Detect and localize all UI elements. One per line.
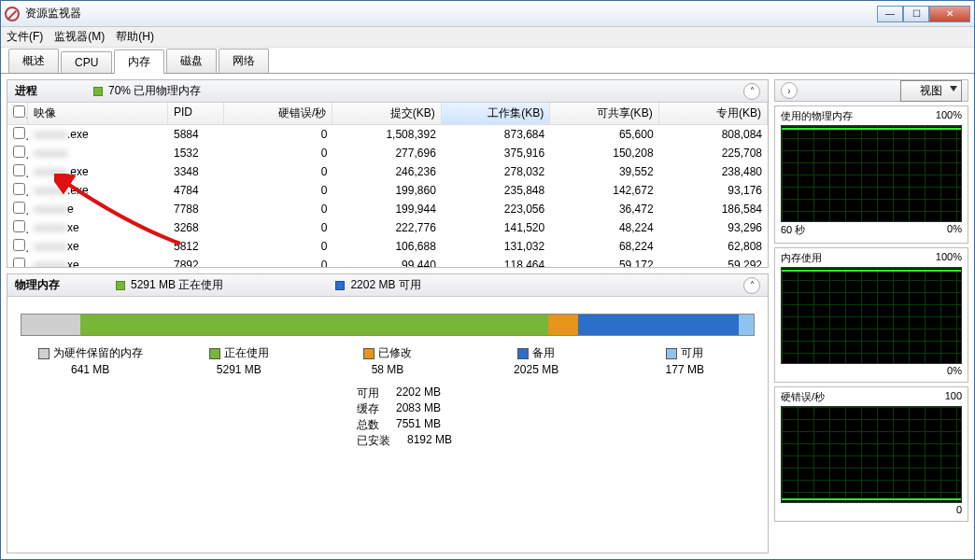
collapse-graphs-icon[interactable]: › <box>781 82 798 99</box>
process-usage-indicator: 70% 已用物理内存 <box>93 83 201 99</box>
process-panel-title: 进程 <box>15 83 37 99</box>
col-shareable[interactable]: 可共享(KB) <box>550 103 658 124</box>
phys-avail-label: 2202 MB 可用 <box>350 277 420 293</box>
tab-memory[interactable]: 内存 <box>114 49 164 74</box>
col-hard-faults[interactable]: 硬错误/秒 <box>224 103 332 124</box>
app-icon <box>5 7 20 21</box>
col-commit[interactable]: 提交(KB) <box>332 103 441 124</box>
stat-installed-k: 已安装 <box>357 433 390 449</box>
close-button[interactable]: ✕ <box>929 6 970 22</box>
graph-canvas <box>781 125 962 222</box>
legend-free-label: 可用 <box>681 345 703 361</box>
col-working-set[interactable]: 工作集(KB) <box>442 103 550 124</box>
stat-total-k: 总数 <box>357 417 379 433</box>
titlebar[interactable]: 资源监视器 — ☐ ✕ <box>1 1 974 27</box>
col-image[interactable]: 映像 <box>28 103 168 124</box>
menu-help[interactable]: 帮助(H) <box>116 29 154 45</box>
tab-disk[interactable]: 磁盘 <box>166 49 217 73</box>
legend-modified-value: 58 MB <box>372 363 404 376</box>
table-row[interactable]: xxxxxxxe 5812 0 106,688 131,032 68,224 6… <box>7 237 768 256</box>
process-table-body[interactable]: xxxxxx.exe 5884 0 1,508,392 873,684 65,6… <box>7 125 768 267</box>
collapse-phys-icon[interactable]: ˄ <box>743 277 760 294</box>
tab-network[interactable]: 网络 <box>219 49 269 73</box>
phys-inuse-label: 5291 MB 正在使用 <box>131 277 223 293</box>
graph-min: 0% <box>947 223 962 237</box>
row-checkbox[interactable] <box>13 202 25 214</box>
stat-cached-v: 2083 MB <box>396 401 441 417</box>
table-row[interactable]: xxxxxxxe 7892 0 99,440 118,464 59,172 59… <box>7 256 768 267</box>
stat-total-v: 7551 MB <box>396 417 441 433</box>
legend-standby-value: 2025 MB <box>514 363 558 376</box>
row-checkbox[interactable] <box>13 127 25 139</box>
table-row[interactable]: xxxxxx.exe 4784 0 199,860 235,848 142,67… <box>7 181 768 200</box>
maximize-button[interactable]: ☐ <box>903 6 929 22</box>
process-usage-label: 70% 已用物理内存 <box>108 83 201 99</box>
graph-xlabel: 60 秒 <box>781 223 805 237</box>
memory-composition-bar <box>21 314 755 336</box>
graph-max: 100 <box>945 390 962 404</box>
row-checkbox[interactable] <box>13 220 25 232</box>
graph-min: 0% <box>947 365 962 376</box>
stat-installed-v: 8192 MB <box>407 433 452 449</box>
process-table-header: 映像 PID 硬错误/秒 提交(KB) 工作集(KB) 可共享(KB) 专用(K… <box>7 103 768 125</box>
table-row[interactable]: xxxxxxxe 3268 0 222,776 141,520 48,224 9… <box>7 218 768 237</box>
view-dropdown[interactable]: 视图 <box>900 80 962 102</box>
memory-legend: 为硬件保留的内存641 MB 正在使用5291 MB 已修改58 MB 备用20… <box>21 345 755 376</box>
collapse-process-icon[interactable]: ˄ <box>743 83 760 100</box>
graph-title: 使用的物理内存 <box>781 109 853 123</box>
memory-stats: 可用2202 MB 缓存2083 MB 总数7551 MB 已安装8192 MB <box>357 385 755 449</box>
graph-max: 100% <box>936 109 962 123</box>
graph-max: 100% <box>936 251 962 265</box>
graph-canvas <box>781 406 962 503</box>
graph-title: 内存使用 <box>781 251 822 265</box>
table-row[interactable]: xxxxxx.exe 5884 0 1,508,392 873,684 65,6… <box>7 125 768 144</box>
col-pid[interactable]: PID <box>168 103 224 124</box>
graph-panel: 内存使用100% 0% <box>774 247 968 383</box>
process-panel: 进程 70% 已用物理内存 ˄ 映像 PID 硬错误/秒 提交(KB) 工作集(… <box>7 79 769 268</box>
graph-panel: 硬错误/秒100 0 <box>774 386 968 522</box>
col-private[interactable]: 专用(KB) <box>659 103 768 124</box>
legend-inuse-value: 5291 MB <box>217 363 261 376</box>
stat-avail-v: 2202 MB <box>396 385 441 401</box>
tabbar: 概述 CPU 内存 磁盘 网络 <box>1 48 974 74</box>
tab-overview[interactable]: 概述 <box>8 49 59 73</box>
menu-file[interactable]: 文件(F) <box>7 29 43 45</box>
graphs-header: › 视图 <box>774 79 968 102</box>
graph-canvas <box>781 267 962 364</box>
stat-avail-k: 可用 <box>357 385 379 401</box>
legend-free-value: 177 MB <box>666 363 704 376</box>
graph-min: 0 <box>956 504 962 515</box>
row-checkbox[interactable] <box>13 183 25 195</box>
window-title: 资源监视器 <box>25 6 81 21</box>
phys-panel-title: 物理内存 <box>15 277 60 293</box>
legend-standby-label: 备用 <box>532 345 555 361</box>
tab-cpu[interactable]: CPU <box>61 51 112 73</box>
menubar: 文件(F) 监视器(M) 帮助(H) <box>1 27 974 48</box>
physical-memory-panel: 物理内存 5291 MB 正在使用 2202 MB 可用 ˄ <box>7 273 769 553</box>
phys-inuse-indicator: 5291 MB 正在使用 <box>116 277 223 293</box>
app-window: 资源监视器 — ☐ ✕ 文件(F) 监视器(M) 帮助(H) 概述 CPU 内存… <box>0 0 975 560</box>
row-checkbox[interactable] <box>13 164 25 176</box>
legend-hw-label: 为硬件保留的内存 <box>53 345 143 361</box>
phys-avail-indicator: 2202 MB 可用 <box>335 277 420 293</box>
menu-monitor[interactable]: 监视器(M) <box>54 29 105 45</box>
table-row[interactable]: xxxxxx 1532 0 277,696 375,916 150,208 22… <box>7 144 768 162</box>
legend-hw-value: 641 MB <box>71 363 109 376</box>
select-all-checkbox[interactable] <box>13 105 25 118</box>
row-checkbox[interactable] <box>13 146 25 158</box>
table-row[interactable]: xxxxxx.exe 3348 0 246,236 278,032 39,552… <box>7 162 768 181</box>
graph-title: 硬错误/秒 <box>781 390 825 404</box>
stat-cached-k: 缓存 <box>357 401 379 417</box>
graph-panel: 使用的物理内存100% 60 秒0% <box>774 105 968 244</box>
legend-inuse-label: 正在使用 <box>224 345 269 361</box>
row-checkbox[interactable] <box>13 239 25 251</box>
table-row[interactable]: xxxxxxe 7788 0 199,944 223,056 36,472 18… <box>7 200 768 218</box>
row-checkbox[interactable] <box>13 258 25 267</box>
legend-modified-label: 已修改 <box>378 345 412 361</box>
minimize-button[interactable]: — <box>877 6 903 22</box>
